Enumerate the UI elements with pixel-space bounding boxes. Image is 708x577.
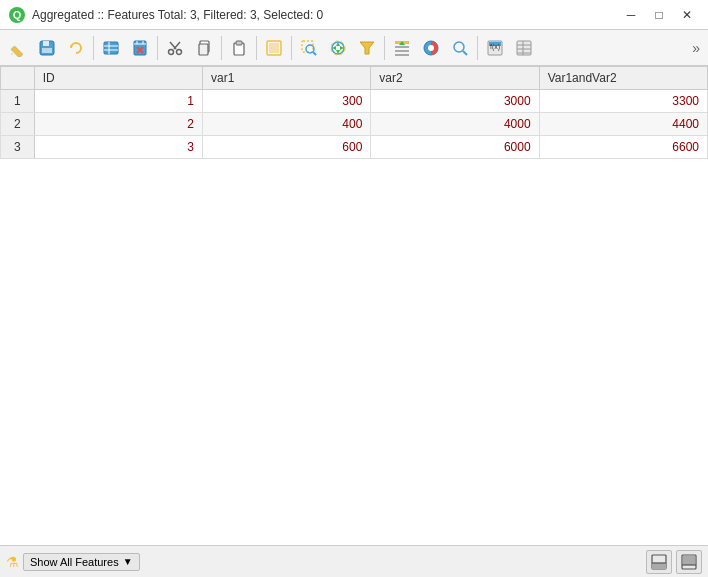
- svg-point-42: [428, 45, 434, 51]
- svg-marker-2: [11, 53, 13, 55]
- table-header-row: ID var1 var2 Var1andVar2: [1, 67, 708, 90]
- table-row[interactable]: 1130030003300: [1, 90, 708, 113]
- svg-point-19: [177, 49, 182, 54]
- attribute-table: ID var1 var2 Var1andVar2 113003000330022…: [0, 66, 708, 545]
- svg-rect-25: [269, 43, 279, 53]
- window-controls: ─ □ ✕: [618, 4, 700, 26]
- undock-button[interactable]: [676, 550, 702, 574]
- separator-7: [477, 36, 478, 60]
- svg-line-44: [463, 51, 467, 55]
- delete-button[interactable]: [126, 34, 154, 62]
- separator-5: [291, 36, 292, 60]
- svg-text:Q: Q: [13, 9, 22, 21]
- field-mgmt-button[interactable]: [510, 34, 538, 62]
- cut-icon: [166, 39, 184, 57]
- cut-button[interactable]: [161, 34, 189, 62]
- status-bar: ⚗ Show All Features ▼: [0, 545, 708, 577]
- dock-bottom-button[interactable]: [646, 550, 672, 574]
- svg-rect-23: [236, 41, 242, 45]
- col-header-var1[interactable]: var1: [202, 67, 370, 90]
- cell-id: 3: [34, 136, 202, 159]
- separator-4: [256, 36, 257, 60]
- pan-icon: [329, 39, 347, 57]
- cell-var1: 600: [202, 136, 370, 159]
- svg-rect-12: [134, 41, 146, 55]
- invert-button[interactable]: [417, 34, 445, 62]
- pencil-icon: [9, 39, 27, 57]
- separator-1: [93, 36, 94, 60]
- field-mgmt-icon: [515, 39, 533, 57]
- col-header-var2[interactable]: var2: [371, 67, 539, 90]
- table-edit-icon: [102, 39, 120, 57]
- cell-id: 1: [34, 90, 202, 113]
- svg-rect-57: [683, 556, 695, 565]
- cell-var2: 6000: [371, 136, 539, 159]
- svg-line-28: [313, 52, 316, 55]
- cell-var1andvar2: 6600: [539, 136, 707, 159]
- cell-var1andvar2: 3300: [539, 90, 707, 113]
- paste-button[interactable]: [225, 34, 253, 62]
- cell-rownum: 3: [1, 136, 35, 159]
- paste-icon: [230, 39, 248, 57]
- search-button[interactable]: [446, 34, 474, 62]
- dropdown-arrow-icon: ▼: [123, 556, 133, 567]
- move-top-icon: [393, 39, 411, 57]
- svg-rect-3: [11, 45, 23, 56]
- window-title: Aggregated :: Features Total: 3, Filtere…: [32, 8, 618, 22]
- svg-marker-35: [360, 42, 374, 54]
- separator-3: [221, 36, 222, 60]
- select-all-button[interactable]: [260, 34, 288, 62]
- status-left: ⚗ Show All Features ▼: [6, 553, 140, 571]
- app-icon: Q: [8, 6, 26, 24]
- dock-bottom-icon: [651, 554, 667, 570]
- cell-var1: 300: [202, 90, 370, 113]
- filter-icon-status: ⚗: [6, 554, 19, 570]
- table-row[interactable]: 3360060006600: [1, 136, 708, 159]
- minimize-button[interactable]: ─: [618, 4, 644, 26]
- svg-rect-54: [652, 563, 666, 569]
- invert-icon: [422, 39, 440, 57]
- copy-button[interactable]: [190, 34, 218, 62]
- col-header-id[interactable]: ID: [34, 67, 202, 90]
- close-button[interactable]: ✕: [674, 4, 700, 26]
- delete-icon: [131, 39, 149, 57]
- reload-button[interactable]: [62, 34, 90, 62]
- separator-2: [157, 36, 158, 60]
- svg-rect-37: [395, 46, 409, 48]
- field-calc-icon: f(x): [486, 39, 504, 57]
- svg-point-18: [169, 49, 174, 54]
- svg-rect-6: [42, 48, 52, 53]
- svg-text:f(x): f(x): [490, 43, 500, 51]
- toolbar-more-button[interactable]: »: [688, 40, 704, 56]
- save-edits-button[interactable]: [33, 34, 61, 62]
- cell-var1: 400: [202, 113, 370, 136]
- svg-rect-38: [395, 50, 409, 52]
- maximize-button[interactable]: □: [646, 4, 672, 26]
- main-toolbar: f(x) »: [0, 30, 708, 66]
- col-header-var1andvar2[interactable]: Var1andVar2: [539, 67, 707, 90]
- filter-icon: [358, 39, 376, 57]
- zoom-selected-icon: [300, 39, 318, 57]
- features-table: ID var1 var2 Var1andVar2 113003000330022…: [0, 66, 708, 159]
- cell-var2: 3000: [371, 90, 539, 113]
- show-features-button[interactable]: Show All Features ▼: [23, 553, 140, 571]
- status-right: [646, 550, 702, 574]
- svg-rect-21: [199, 44, 208, 55]
- table-row[interactable]: 2240040004400: [1, 113, 708, 136]
- copy-icon: [195, 39, 213, 57]
- move-top-button[interactable]: [388, 34, 416, 62]
- col-header-rownum: [1, 67, 35, 90]
- field-calc-button[interactable]: f(x): [481, 34, 509, 62]
- edit-button[interactable]: [4, 34, 32, 62]
- toggle-edit-button[interactable]: [97, 34, 125, 62]
- zoom-selected-button[interactable]: [295, 34, 323, 62]
- search-icon: [451, 39, 469, 57]
- title-bar: Q Aggregated :: Features Total: 3, Filte…: [0, 0, 708, 30]
- svg-rect-8: [104, 42, 118, 54]
- filter-button[interactable]: [353, 34, 381, 62]
- svg-rect-5: [43, 41, 49, 46]
- cell-var2: 4000: [371, 113, 539, 136]
- save-icon: [38, 39, 56, 57]
- cell-var1andvar2: 4400: [539, 113, 707, 136]
- pan-button[interactable]: [324, 34, 352, 62]
